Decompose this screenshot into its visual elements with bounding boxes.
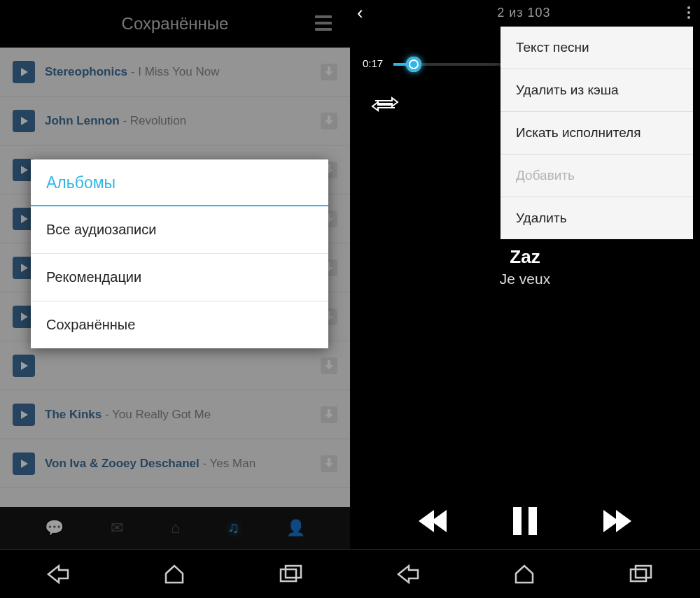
- track-text: Stereophonics - I Miss You Now: [45, 65, 311, 79]
- track-title: You Really Got Me: [112, 408, 211, 421]
- play-icon[interactable]: [13, 61, 35, 83]
- popup-item-all[interactable]: Все аудиозаписи: [31, 206, 328, 254]
- nav-recent-icon[interactable]: [279, 564, 304, 584]
- svg-rect-2: [631, 569, 646, 581]
- hamburger-icon[interactable]: [315, 15, 332, 31]
- track-title: Revolution: [130, 114, 186, 127]
- music-tab-icon[interactable]: ♫: [227, 519, 239, 537]
- previous-button[interactable]: [419, 510, 447, 532]
- download-icon[interactable]: [321, 406, 337, 423]
- artist-name: Von Iva & Zooey Deschanel: [45, 457, 200, 470]
- menu-item-delete[interactable]: Удалить: [500, 197, 693, 239]
- popup-item-saved[interactable]: Сохранённые: [31, 301, 328, 348]
- albums-popup: Альбомы Все аудиозаписи Рекомендации Сох…: [31, 159, 328, 348]
- player-context-menu: Текст песни Удалить из кэша Искать испол…: [500, 27, 693, 239]
- track-row[interactable]: Von Iva & Zooey Deschanel - Yes Man: [0, 439, 350, 488]
- play-icon[interactable]: [13, 453, 35, 475]
- now-playing-title: Je veux: [350, 271, 700, 287]
- svg-rect-1: [286, 566, 301, 578]
- artist-name: John Lennon: [45, 114, 120, 127]
- home-tab-icon[interactable]: ⌂: [171, 519, 180, 537]
- download-icon[interactable]: [321, 357, 337, 374]
- play-icon[interactable]: [13, 404, 35, 426]
- bottom-tab-bar: 💬 ✉ ⌂ ♫ 👤: [0, 507, 350, 549]
- player-top-bar: ‹ 2 из 103: [350, 0, 700, 25]
- svg-rect-0: [281, 569, 296, 581]
- progress-thumb[interactable]: [406, 57, 421, 72]
- mail-tab-icon[interactable]: ✉: [111, 519, 123, 537]
- nav-back-icon[interactable]: [396, 564, 420, 585]
- pause-button[interactable]: [513, 507, 537, 535]
- action-bar: Сохранённые: [0, 0, 350, 48]
- download-icon[interactable]: [321, 113, 337, 129]
- menu-item-search-artist[interactable]: Искать исполнителя: [500, 112, 693, 155]
- artist-name: The Kinks: [45, 408, 102, 421]
- nav-recent-icon[interactable]: [629, 564, 654, 584]
- track-title: Yes Man: [210, 457, 256, 470]
- repeat-icon[interactable]: [371, 95, 399, 113]
- back-caret-icon[interactable]: ‹: [357, 2, 363, 24]
- now-playing-artist: Zaz: [350, 246, 700, 268]
- playback-controls: [350, 507, 700, 535]
- player-screen: ‹ 2 из 103 0:17 Zaz Je veux: [350, 0, 700, 598]
- system-nav-bar: [350, 549, 700, 598]
- artist-name: Stereophonics: [45, 65, 127, 78]
- nav-home-icon[interactable]: [513, 564, 536, 585]
- menu-item-add: Добавить: [500, 155, 693, 197]
- play-icon[interactable]: [13, 110, 35, 132]
- play-icon[interactable]: [13, 355, 35, 377]
- menu-item-remove-cache[interactable]: Удалить из кэша: [500, 69, 693, 112]
- download-icon[interactable]: [321, 64, 337, 80]
- track-text: Von Iva & Zooey Deschanel - Yes Man: [45, 457, 311, 471]
- track-counter: 2 из 103: [497, 6, 550, 20]
- system-nav-bar: [0, 549, 350, 598]
- download-icon[interactable]: [321, 455, 337, 472]
- chat-tab-icon[interactable]: 💬: [45, 519, 64, 537]
- track-title: I Miss You Now: [138, 65, 219, 78]
- profile-tab-icon[interactable]: 👤: [286, 519, 305, 537]
- nav-home-icon[interactable]: [163, 564, 186, 585]
- overflow-menu-icon[interactable]: [685, 3, 693, 22]
- popup-title: Альбомы: [31, 159, 328, 206]
- menu-item-lyrics[interactable]: Текст песни: [500, 27, 693, 69]
- page-title: Сохранённые: [14, 14, 336, 34]
- music-list-screen: Сохранённые Stereophonics - I Miss You N…: [0, 0, 350, 598]
- track-row[interactable]: The Kinks - You Really Got Me: [0, 390, 350, 439]
- track-text: John Lennon - Revolution: [45, 114, 311, 128]
- popup-item-recommend[interactable]: Рекомендации: [31, 254, 328, 301]
- track-row[interactable]: [0, 341, 350, 390]
- nav-back-icon[interactable]: [46, 564, 70, 585]
- svg-rect-3: [636, 566, 651, 578]
- track-row[interactable]: John Lennon - Revolution: [0, 97, 350, 145]
- now-playing-info: Zaz Je veux: [350, 246, 700, 287]
- elapsed-time: 0:17: [363, 57, 383, 69]
- track-text: The Kinks - You Really Got Me: [45, 408, 311, 422]
- next-button[interactable]: [603, 510, 631, 532]
- track-row[interactable]: Stereophonics - I Miss You Now: [0, 48, 350, 97]
